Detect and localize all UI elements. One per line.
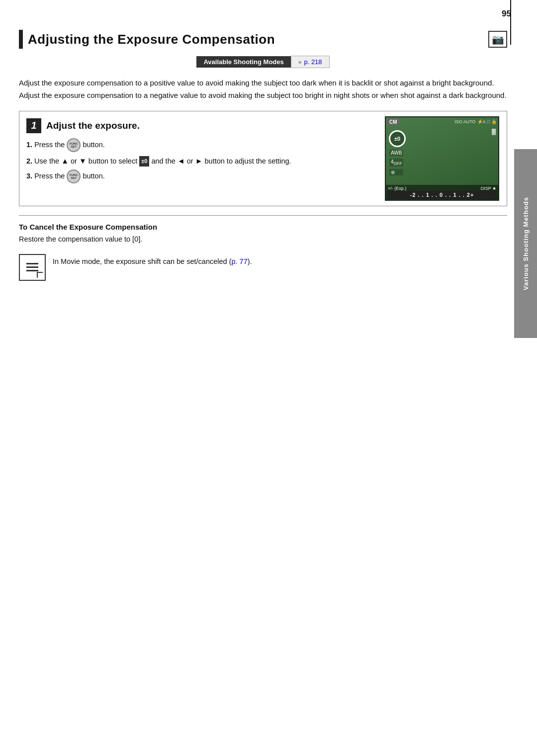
note-text: In Movie mode, the exposure shift can be…	[53, 254, 252, 268]
lcd-iso: ISO AUTO	[454, 119, 475, 124]
lcd-battery: ▓	[492, 128, 496, 134]
lcd-metering: ⊛	[389, 169, 403, 175]
page-rule	[510, 0, 511, 45]
lcd-scale: -2 . . 1 . . 0 . . 1 . . 2+	[388, 191, 496, 199]
cancel-title: To Cancel the Exposure Compensation	[19, 223, 507, 231]
exp-symbol: ±0	[139, 156, 149, 167]
note-line-1	[26, 263, 38, 264]
note-box: In Movie mode, the exposure shift can be…	[19, 254, 507, 281]
lcd-lock: 🔒	[491, 119, 497, 124]
func-set-button-2	[67, 169, 81, 183]
page-title: Adjusting the Exposure Compensation	[28, 32, 481, 47]
lcd-exp-label: +/- (Exp.) DISP ★	[388, 186, 496, 191]
or-text: or	[71, 157, 77, 165]
note-link[interactable]: p. 77	[231, 257, 247, 265]
camera-icon-box: 📷	[488, 31, 507, 48]
step-body: 1. Press the button. 2. Use the ▲ or ▼ b…	[26, 138, 369, 184]
lcd-mockup: CM ISO AUTO ⚡A □ 🔒 ▓ ±0 AWB	[385, 116, 499, 201]
substep1-text: Press the	[34, 140, 65, 148]
chevron-icon: »	[298, 59, 302, 66]
substep-2: 2. Use the ▲ or ▼ button to select ±0 an…	[26, 155, 369, 168]
lcd-bottom-bar: +/- (Exp.) DISP ★ -2 . . 1 . . 0 . . 1 .…	[386, 185, 498, 200]
main-content: Adjusting the Exposure Compensation 📷 Av…	[19, 30, 507, 281]
lcd-inner: CM ISO AUTO ⚡A □ 🔒 ▓ ±0 AWB	[386, 117, 498, 200]
note-lines	[26, 263, 38, 271]
camera-icon: 📷	[492, 33, 504, 45]
cancel-body: Restore the compensation value to [0].	[19, 234, 507, 245]
lcd-exposure-circle: ±0	[389, 130, 406, 147]
substep1-end: button.	[83, 140, 104, 148]
sidebar-label: Various Shooting Methods	[522, 197, 530, 290]
sidebar-tab: Various Shooting Methods	[514, 149, 537, 338]
shooting-modes-link[interactable]: » p. 218	[291, 56, 330, 68]
lcd-frame: □	[487, 119, 490, 124]
down-arrow: ▼	[79, 157, 87, 165]
lcd-left-icons: AWB 4OFF ⊛	[389, 150, 403, 175]
or-text-2: or	[187, 157, 195, 165]
step-left: 1 Adjust the exposure. 1. Press the butt…	[19, 111, 377, 206]
lcd-icons-right: ISO AUTO ⚡A □ 🔒	[454, 119, 497, 124]
lcd-4off: 4OFF	[389, 159, 403, 167]
func-set-button-1	[67, 138, 81, 152]
step-right: CM ISO AUTO ⚡A □ 🔒 ▓ ±0 AWB	[377, 111, 507, 206]
lcd-top-bar: CM ISO AUTO ⚡A □ 🔒	[387, 119, 497, 125]
page-number: 95	[502, 9, 511, 19]
step-1-box: 1 Adjust the exposure. 1. Press the butt…	[19, 111, 507, 206]
intro-paragraph: Adjust the exposure compensation to a po…	[19, 77, 507, 102]
shooting-modes-bar: Available Shooting Modes » p. 218	[19, 56, 507, 68]
step-number: 1	[26, 118, 41, 133]
substep-3: 3. Press the button.	[26, 169, 369, 183]
substep-1: 1. Press the button.	[26, 138, 369, 152]
step-header: 1 Adjust the exposure.	[26, 118, 369, 133]
lcd-exp-text: +/- (Exp.)	[388, 186, 406, 191]
cancel-section: To Cancel the Exposure Compensation Rest…	[19, 215, 507, 245]
lcd-mode: CM	[387, 119, 399, 125]
note-icon	[19, 254, 46, 281]
substep3-end: button.	[83, 172, 104, 180]
lcd-disp: DISP ★	[481, 186, 496, 191]
step-title: Adjust the exposure.	[46, 120, 140, 131]
right-arrow: ►	[195, 157, 203, 165]
shooting-modes-page: p. 218	[304, 58, 322, 66]
left-arrow: ◄	[178, 157, 185, 165]
title-bar: Adjusting the Exposure Compensation 📷	[19, 30, 507, 49]
substep3-text: Press the	[34, 172, 65, 180]
title-accent	[19, 30, 23, 49]
note-line-2	[26, 266, 38, 268]
up-arrow: ▲	[61, 157, 69, 165]
lcd-flash: ⚡A	[477, 119, 486, 124]
note-corner	[37, 272, 43, 278]
lcd-awb: AWB	[389, 150, 403, 156]
shooting-modes-label: Available Shooting Modes	[196, 56, 290, 68]
